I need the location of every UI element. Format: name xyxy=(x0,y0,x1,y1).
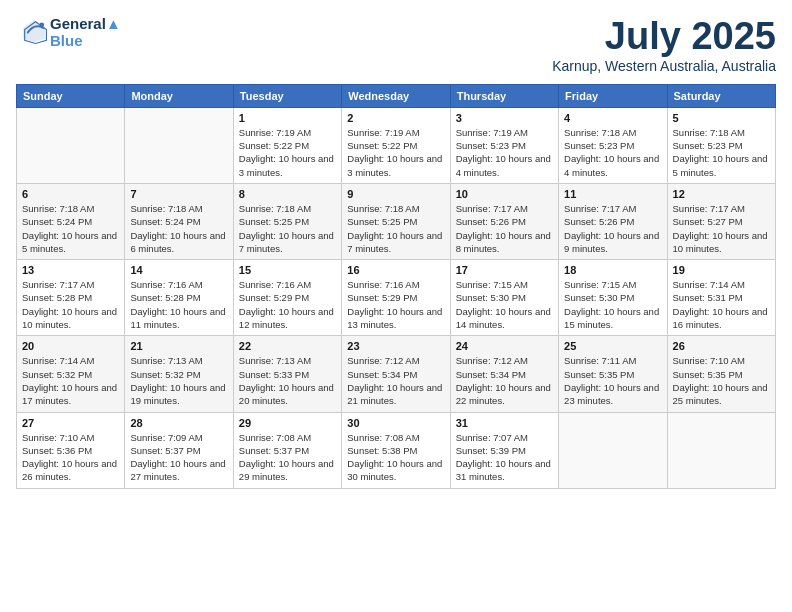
day-number: 15 xyxy=(239,264,336,276)
day-info: Sunrise: 7:10 AM Sunset: 5:35 PM Dayligh… xyxy=(673,354,770,407)
calendar-cell: 6Sunrise: 7:18 AM Sunset: 5:24 PM Daylig… xyxy=(17,183,125,259)
location-title: Karnup, Western Australia, Australia xyxy=(552,58,776,74)
weekday-header-wednesday: Wednesday xyxy=(342,84,450,107)
weekday-header-friday: Friday xyxy=(559,84,667,107)
day-info: Sunrise: 7:15 AM Sunset: 5:30 PM Dayligh… xyxy=(456,278,553,331)
day-number: 27 xyxy=(22,417,119,429)
calendar-table: SundayMondayTuesdayWednesdayThursdayFrid… xyxy=(16,84,776,489)
calendar-cell xyxy=(667,412,775,488)
calendar-week-row: 27Sunrise: 7:10 AM Sunset: 5:36 PM Dayli… xyxy=(17,412,776,488)
calendar-week-row: 1Sunrise: 7:19 AM Sunset: 5:22 PM Daylig… xyxy=(17,107,776,183)
calendar-cell: 13Sunrise: 7:17 AM Sunset: 5:28 PM Dayli… xyxy=(17,260,125,336)
calendar-cell: 19Sunrise: 7:14 AM Sunset: 5:31 PM Dayli… xyxy=(667,260,775,336)
calendar-cell: 28Sunrise: 7:09 AM Sunset: 5:37 PM Dayli… xyxy=(125,412,233,488)
day-info: Sunrise: 7:08 AM Sunset: 5:37 PM Dayligh… xyxy=(239,431,336,484)
calendar-cell: 3Sunrise: 7:19 AM Sunset: 5:23 PM Daylig… xyxy=(450,107,558,183)
calendar-header-row: SundayMondayTuesdayWednesdayThursdayFrid… xyxy=(17,84,776,107)
day-info: Sunrise: 7:12 AM Sunset: 5:34 PM Dayligh… xyxy=(456,354,553,407)
day-number: 29 xyxy=(239,417,336,429)
calendar-cell xyxy=(125,107,233,183)
calendar-cell: 9Sunrise: 7:18 AM Sunset: 5:25 PM Daylig… xyxy=(342,183,450,259)
day-number: 8 xyxy=(239,188,336,200)
calendar-cell: 31Sunrise: 7:07 AM Sunset: 5:39 PM Dayli… xyxy=(450,412,558,488)
day-info: Sunrise: 7:18 AM Sunset: 5:25 PM Dayligh… xyxy=(347,202,444,255)
day-number: 31 xyxy=(456,417,553,429)
calendar-cell xyxy=(17,107,125,183)
title-block: July 2025 Karnup, Western Australia, Aus… xyxy=(552,16,776,74)
day-info: Sunrise: 7:18 AM Sunset: 5:25 PM Dayligh… xyxy=(239,202,336,255)
day-info: Sunrise: 7:12 AM Sunset: 5:34 PM Dayligh… xyxy=(347,354,444,407)
calendar-cell: 14Sunrise: 7:16 AM Sunset: 5:28 PM Dayli… xyxy=(125,260,233,336)
calendar-cell: 8Sunrise: 7:18 AM Sunset: 5:25 PM Daylig… xyxy=(233,183,341,259)
calendar-cell: 4Sunrise: 7:18 AM Sunset: 5:23 PM Daylig… xyxy=(559,107,667,183)
calendar-cell: 30Sunrise: 7:08 AM Sunset: 5:38 PM Dayli… xyxy=(342,412,450,488)
weekday-header-monday: Monday xyxy=(125,84,233,107)
weekday-header-thursday: Thursday xyxy=(450,84,558,107)
day-info: Sunrise: 7:08 AM Sunset: 5:38 PM Dayligh… xyxy=(347,431,444,484)
day-info: Sunrise: 7:13 AM Sunset: 5:33 PM Dayligh… xyxy=(239,354,336,407)
day-info: Sunrise: 7:16 AM Sunset: 5:29 PM Dayligh… xyxy=(347,278,444,331)
calendar-cell: 21Sunrise: 7:13 AM Sunset: 5:32 PM Dayli… xyxy=(125,336,233,412)
calendar-cell: 22Sunrise: 7:13 AM Sunset: 5:33 PM Dayli… xyxy=(233,336,341,412)
day-number: 9 xyxy=(347,188,444,200)
day-info: Sunrise: 7:07 AM Sunset: 5:39 PM Dayligh… xyxy=(456,431,553,484)
day-info: Sunrise: 7:10 AM Sunset: 5:36 PM Dayligh… xyxy=(22,431,119,484)
day-number: 16 xyxy=(347,264,444,276)
day-number: 17 xyxy=(456,264,553,276)
day-number: 1 xyxy=(239,112,336,124)
weekday-header-tuesday: Tuesday xyxy=(233,84,341,107)
day-number: 25 xyxy=(564,340,661,352)
month-title: July 2025 xyxy=(552,16,776,58)
calendar-week-row: 20Sunrise: 7:14 AM Sunset: 5:32 PM Dayli… xyxy=(17,336,776,412)
day-number: 6 xyxy=(22,188,119,200)
day-info: Sunrise: 7:14 AM Sunset: 5:31 PM Dayligh… xyxy=(673,278,770,331)
day-info: Sunrise: 7:11 AM Sunset: 5:35 PM Dayligh… xyxy=(564,354,661,407)
svg-point-2 xyxy=(39,22,44,27)
day-info: Sunrise: 7:19 AM Sunset: 5:23 PM Dayligh… xyxy=(456,126,553,179)
day-number: 3 xyxy=(456,112,553,124)
calendar-week-row: 13Sunrise: 7:17 AM Sunset: 5:28 PM Dayli… xyxy=(17,260,776,336)
calendar-cell: 2Sunrise: 7:19 AM Sunset: 5:22 PM Daylig… xyxy=(342,107,450,183)
day-number: 12 xyxy=(673,188,770,200)
logo-subtext: Blue xyxy=(50,33,121,50)
day-number: 4 xyxy=(564,112,661,124)
logo: General▲ Blue xyxy=(16,16,121,49)
day-info: Sunrise: 7:16 AM Sunset: 5:28 PM Dayligh… xyxy=(130,278,227,331)
day-info: Sunrise: 7:17 AM Sunset: 5:27 PM Dayligh… xyxy=(673,202,770,255)
calendar-cell: 5Sunrise: 7:18 AM Sunset: 5:23 PM Daylig… xyxy=(667,107,775,183)
weekday-header-sunday: Sunday xyxy=(17,84,125,107)
calendar-cell: 29Sunrise: 7:08 AM Sunset: 5:37 PM Dayli… xyxy=(233,412,341,488)
day-number: 24 xyxy=(456,340,553,352)
calendar-cell: 24Sunrise: 7:12 AM Sunset: 5:34 PM Dayli… xyxy=(450,336,558,412)
day-number: 14 xyxy=(130,264,227,276)
day-number: 7 xyxy=(130,188,227,200)
day-number: 2 xyxy=(347,112,444,124)
day-info: Sunrise: 7:09 AM Sunset: 5:37 PM Dayligh… xyxy=(130,431,227,484)
calendar-cell: 1Sunrise: 7:19 AM Sunset: 5:22 PM Daylig… xyxy=(233,107,341,183)
calendar-body: 1Sunrise: 7:19 AM Sunset: 5:22 PM Daylig… xyxy=(17,107,776,488)
day-number: 5 xyxy=(673,112,770,124)
calendar-cell: 16Sunrise: 7:16 AM Sunset: 5:29 PM Dayli… xyxy=(342,260,450,336)
day-number: 20 xyxy=(22,340,119,352)
day-number: 11 xyxy=(564,188,661,200)
logo-icon xyxy=(20,17,48,45)
day-info: Sunrise: 7:18 AM Sunset: 5:24 PM Dayligh… xyxy=(22,202,119,255)
day-number: 21 xyxy=(130,340,227,352)
day-number: 18 xyxy=(564,264,661,276)
calendar-cell: 27Sunrise: 7:10 AM Sunset: 5:36 PM Dayli… xyxy=(17,412,125,488)
calendar-cell: 11Sunrise: 7:17 AM Sunset: 5:26 PM Dayli… xyxy=(559,183,667,259)
day-number: 30 xyxy=(347,417,444,429)
calendar-cell: 26Sunrise: 7:10 AM Sunset: 5:35 PM Dayli… xyxy=(667,336,775,412)
day-number: 23 xyxy=(347,340,444,352)
day-number: 28 xyxy=(130,417,227,429)
day-info: Sunrise: 7:18 AM Sunset: 5:24 PM Dayligh… xyxy=(130,202,227,255)
day-info: Sunrise: 7:15 AM Sunset: 5:30 PM Dayligh… xyxy=(564,278,661,331)
day-info: Sunrise: 7:18 AM Sunset: 5:23 PM Dayligh… xyxy=(564,126,661,179)
calendar-cell: 15Sunrise: 7:16 AM Sunset: 5:29 PM Dayli… xyxy=(233,260,341,336)
calendar-cell xyxy=(559,412,667,488)
calendar-cell: 25Sunrise: 7:11 AM Sunset: 5:35 PM Dayli… xyxy=(559,336,667,412)
weekday-header-saturday: Saturday xyxy=(667,84,775,107)
day-info: Sunrise: 7:17 AM Sunset: 5:28 PM Dayligh… xyxy=(22,278,119,331)
day-info: Sunrise: 7:13 AM Sunset: 5:32 PM Dayligh… xyxy=(130,354,227,407)
calendar-cell: 23Sunrise: 7:12 AM Sunset: 5:34 PM Dayli… xyxy=(342,336,450,412)
